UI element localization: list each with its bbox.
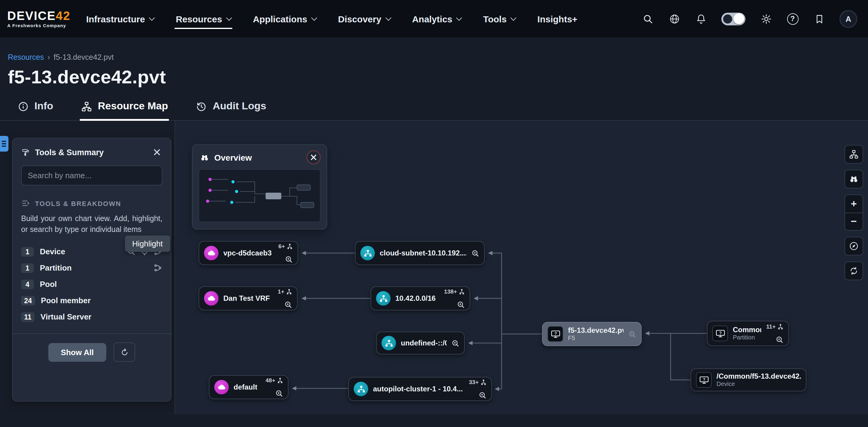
expand-count-badge[interactable]: 6+ — [278, 243, 293, 249]
show-all-button[interactable]: Show All — [48, 343, 106, 362]
search-icon[interactable] — [642, 13, 654, 25]
theme-toggle[interactable] — [721, 12, 745, 25]
top-navigation-bar: DEVICE42 A Freshworks Company Infrastruc… — [0, 0, 868, 37]
zoom-into-node-icon[interactable] — [275, 390, 283, 397]
zoom-out-button[interactable]: − — [845, 213, 863, 230]
svg-text:?: ? — [719, 330, 721, 335]
map-node-autopilot-cluster[interactable]: autopilot-cluster-1 - 10.4... 33+ — [348, 377, 492, 401]
map-node-f5-13-selected[interactable]: ? f5-13.devce42.pvt F5 — [542, 322, 642, 346]
zoom-in-button[interactable]: + — [845, 195, 863, 213]
breakdown-row-pool-member[interactable]: 24 Pool member — [21, 293, 162, 309]
info-icon — [18, 100, 29, 112]
expand-count-badge[interactable]: 138+ — [444, 288, 465, 295]
map-toolbar: + − — [844, 145, 863, 280]
map-node-default[interactable]: default 48+ — [209, 375, 288, 399]
layout-sitemap-button[interactable] — [844, 145, 863, 164]
tab-info[interactable]: Info — [16, 100, 54, 120]
zoom-into-node-icon[interactable] — [452, 339, 459, 347]
chevron-down-icon — [149, 14, 155, 21]
zoom-into-node-icon[interactable] — [776, 336, 783, 344]
tab-resource-map[interactable]: Resource Map — [80, 100, 169, 120]
device42-logo[interactable]: DEVICE42 A Freshworks Company — [7, 10, 70, 28]
search-input[interactable] — [28, 171, 156, 180]
help-icon[interactable]: ? — [786, 13, 799, 25]
breadcrumb: Resources › f5-13.devce42.pvt — [0, 37, 868, 62]
zoom-into-node-icon[interactable] — [628, 330, 636, 338]
panel-title: Tools & Summary — [35, 148, 104, 157]
overview-minimap: Overview — [192, 144, 327, 230]
notifications-bell-icon[interactable] — [695, 13, 707, 25]
branch-mini-icon — [287, 243, 293, 249]
refresh-button[interactable] — [114, 343, 135, 362]
panel-description: Build your own chart view. Add, highligh… — [21, 213, 162, 235]
branch-mini-icon — [480, 379, 487, 385]
breakdown-row-virtual-server[interactable]: 11 Virtual Server — [21, 309, 162, 325]
map-node-dan-test-vrf[interactable]: Dan Test VRF 1+ — [198, 286, 298, 310]
map-node-cloud-subnet[interactable]: cloud-subnet-10.10.192.... — [355, 241, 485, 265]
settings-gear-icon[interactable] — [760, 13, 772, 25]
left-sidebar: Tools & Summary TOOLS & BREAKDOWN Build … — [0, 121, 175, 414]
zoom-into-node-icon[interactable] — [471, 249, 479, 257]
nav-tools[interactable]: Tools — [483, 0, 516, 37]
nav-resources[interactable]: Resources — [176, 0, 231, 37]
overview-binoculars-button[interactable] — [844, 170, 863, 188]
globe-icon[interactable] — [668, 13, 680, 25]
tools-icon — [21, 148, 30, 157]
minimap-close-icon[interactable] — [307, 150, 320, 164]
nav-applications[interactable]: Applications — [253, 0, 316, 37]
map-node-vpc-d5dcaeb3[interactable]: vpc-d5dcaeb3 6+ — [198, 241, 298, 265]
panel-collapse-handle[interactable] — [0, 136, 8, 152]
user-avatar[interactable]: A — [840, 10, 857, 28]
nav-analytics[interactable]: Analytics — [412, 0, 461, 37]
map-node-undefined-subnet[interactable]: undefined-::/0 — [376, 332, 465, 355]
expand-count-badge[interactable]: 48+ — [266, 377, 283, 384]
minimap-viewport[interactable] — [198, 169, 320, 222]
zoom-into-node-icon[interactable] — [284, 301, 292, 309]
count-badge: 4 — [21, 280, 34, 289]
unknown-device-icon: ? — [548, 326, 563, 342]
expand-count-badge[interactable]: 33+ — [469, 379, 487, 385]
breadcrumb-resources-link[interactable]: Resources — [8, 53, 44, 62]
nav-insights[interactable]: Insights+ — [537, 0, 578, 37]
chevron-down-icon — [311, 14, 317, 21]
device42-app: DEVICE42 A Freshworks Company Infrastruc… — [0, 0, 868, 427]
recenter-compass-button[interactable] — [844, 237, 863, 255]
node-sublabel: Device — [716, 380, 801, 388]
vpc-cloud-icon — [204, 246, 218, 260]
subnet-icon — [376, 291, 391, 306]
node-label: vpc-d5dcaeb3 — [223, 249, 272, 257]
panel-search — [21, 165, 162, 185]
zoom-into-node-icon[interactable] — [457, 301, 465, 309]
node-label: autopilot-cluster-1 - 10.4... — [373, 385, 463, 393]
brand-name: DEVICE42 — [7, 10, 70, 22]
zoom-into-node-icon[interactable] — [479, 391, 487, 399]
node-sublabel: Partition — [733, 334, 762, 341]
subnet-icon — [381, 336, 396, 350]
tools-summary-panel: Tools & Summary TOOLS & BREAKDOWN Build … — [12, 138, 172, 402]
reload-map-button[interactable] — [844, 262, 863, 280]
panel-close-icon[interactable] — [152, 147, 162, 158]
node-label: undefined-::/0 — [401, 339, 447, 347]
chevron-down-icon — [511, 14, 517, 21]
list-tree-icon — [21, 199, 30, 208]
row-branch-icon[interactable] — [153, 264, 162, 273]
chevron-down-icon — [456, 14, 462, 21]
minimap-title: Overview — [214, 152, 252, 162]
tab-audit-logs[interactable]: Audit Logs — [195, 100, 268, 120]
resource-map-canvas[interactable]: Overview — [175, 121, 868, 414]
node-sublabel: F5 — [568, 335, 623, 342]
nav-infrastructure[interactable]: Infrastructure — [86, 0, 154, 37]
breakdown-row-pool[interactable]: 4 Pool — [21, 276, 162, 293]
expand-count-badge[interactable]: 1+ — [278, 288, 292, 295]
highlight-tooltip: Highlight — [125, 236, 170, 252]
map-node-10-42-0-0-16[interactable]: 10.42.0.0/16 138+ — [371, 286, 470, 310]
count-badge: 1 — [21, 247, 34, 257]
expand-count-badge[interactable]: 11+ — [766, 323, 783, 330]
subnet-icon — [360, 246, 375, 260]
bookmark-icon[interactable] — [813, 13, 825, 25]
breakdown-row-partition[interactable]: 1 Partition — [21, 260, 162, 276]
nav-discovery[interactable]: Discovery — [338, 0, 390, 37]
zoom-into-node-icon[interactable] — [285, 255, 293, 263]
map-node-common-partition[interactable]: ? Common Partition 11+ — [707, 321, 789, 346]
map-node-common-f5-device[interactable]: ? /Common/f5-13.devce42... Device — [690, 368, 806, 391]
